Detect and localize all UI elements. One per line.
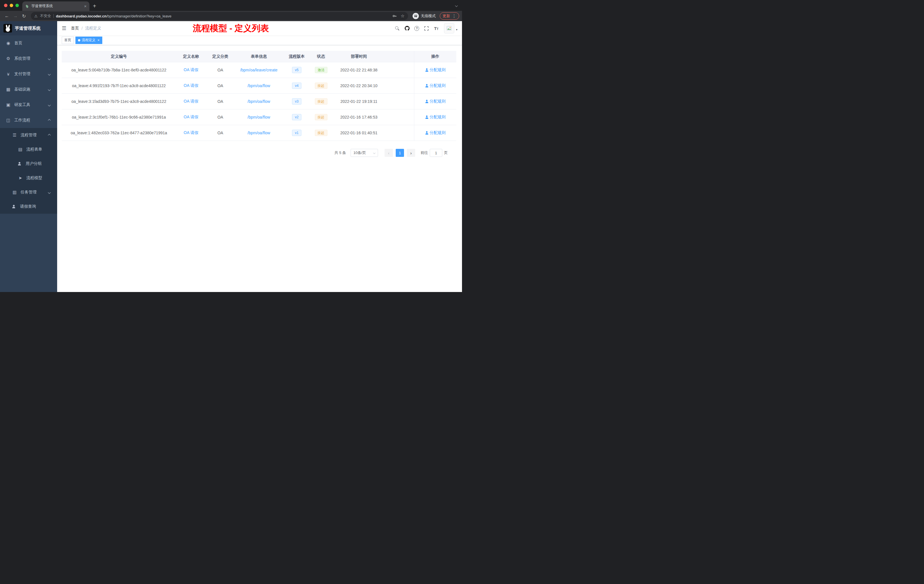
- address-bar[interactable]: ⚠ 不安全 dashboard.yudao.iocoder.cn/bpm/man…: [31, 12, 408, 20]
- col-status: 状态: [310, 51, 332, 62]
- browser-tab[interactable]: 芋道管理系统 ×: [22, 2, 89, 11]
- cell-category: OA: [206, 94, 234, 109]
- browser-update-button[interactable]: 更新 ⋮: [440, 12, 459, 20]
- form-info-link[interactable]: /bpm/oa/flow: [248, 115, 270, 119]
- form-info-link[interactable]: /bpm/oa/leave/create: [240, 68, 278, 72]
- tab-close-icon[interactable]: ×: [84, 4, 87, 8]
- sidebar-item-流程表单[interactable]: ▤ 流程表单: [0, 142, 57, 157]
- tag-close-icon[interactable]: ×: [97, 38, 100, 42]
- cell-category: OA: [206, 78, 234, 93]
- cell-deploy-time: 2022-01-16 17:46:53: [332, 109, 386, 125]
- sidebar-item-工作流程[interactable]: ◫ 工作流程: [0, 112, 57, 128]
- zoom-window-button[interactable]: [15, 4, 19, 7]
- user-icon: [425, 100, 429, 103]
- table-body: oa_leave:5:004b710b-7b8a-11ec-8ef0-acde4…: [62, 62, 456, 141]
- version-badge: v3: [292, 98, 302, 105]
- status-badge: 挂起: [315, 98, 327, 105]
- new-tab-button[interactable]: +: [93, 3, 96, 9]
- definition-name-link[interactable]: OA 请假: [184, 115, 198, 120]
- definition-name-link[interactable]: OA 请假: [184, 130, 198, 135]
- sidebar-item-任务管理[interactable]: ▥ 任务管理: [0, 185, 57, 200]
- definition-name-link[interactable]: OA 请假: [184, 99, 198, 104]
- view-tag[interactable]: 首页: [62, 36, 74, 44]
- tab-search-button[interactable]: [455, 3, 457, 7]
- chevron-down-icon: [373, 152, 375, 154]
- sidebar-item-基础设施[interactable]: ▦ 基础设施: [0, 82, 57, 97]
- goto-label: 前往: [421, 150, 428, 155]
- sidebar-logo[interactable]: 芋道管理系统: [0, 21, 57, 35]
- definition-name-link[interactable]: OA 请假: [184, 83, 198, 88]
- search-icon: [395, 26, 399, 31]
- chevron-up-icon: [48, 134, 51, 137]
- form-info-link[interactable]: /bpm/oa/flow: [248, 83, 270, 88]
- sidebar-item-支付管理[interactable]: ¥ 支付管理: [0, 66, 57, 82]
- chevron-down-icon: [48, 73, 51, 76]
- table-row: oa_leave:3:1fad3d93-7b75-11ec-a3c8-acde4…: [62, 94, 456, 109]
- avatar-caret-icon[interactable]: ▾: [456, 28, 457, 31]
- reload-button[interactable]: ↻: [20, 12, 28, 20]
- cell-definition-id: oa_leave:5:004b710b-7b8a-11ec-8ef0-acde4…: [62, 62, 176, 78]
- help-button[interactable]: ?: [412, 24, 421, 33]
- security-label[interactable]: 不安全: [40, 13, 51, 18]
- bookmark-star-icon[interactable]: ☆: [401, 13, 404, 18]
- avatar[interactable]: [444, 23, 454, 33]
- assign-rule-link[interactable]: 分配规则: [425, 83, 446, 88]
- cell-deploy-time: 2022-01-16 01:40:51: [332, 125, 386, 140]
- incognito-indicator: 无痕模式: [412, 13, 436, 19]
- col-definition-id: 定义编号: [62, 51, 176, 62]
- definition-name-link[interactable]: OA 请假: [184, 68, 198, 73]
- prev-page-button[interactable]: ‹: [384, 149, 393, 157]
- user-icon: [425, 131, 429, 135]
- form-icon: ▤: [18, 147, 23, 152]
- chevron-down-icon: [48, 88, 51, 91]
- sidebar-item-流程模型[interactable]: ➤ 流程模型: [0, 171, 57, 185]
- sidebar-item-请假查询[interactable]: 请假查询: [0, 200, 57, 214]
- cell-action: 分配规则: [414, 62, 456, 78]
- sidebar-item-流程管理[interactable]: ☰ 流程管理: [0, 128, 57, 142]
- form-info-link[interactable]: /bpm/oa/flow: [248, 130, 270, 135]
- table-row: oa_leave:1:482ec033-762a-11ec-8477-a2380…: [62, 125, 456, 141]
- app-title: 芋道管理系统: [15, 26, 41, 31]
- breadcrumb-home[interactable]: 首页: [71, 26, 79, 31]
- sidebar-toggle-icon[interactable]: ☰: [57, 25, 71, 31]
- github-button[interactable]: [403, 24, 411, 33]
- status-badge: 挂起: [315, 130, 327, 136]
- cell-action: 分配规则: [414, 94, 456, 109]
- sidebar-item-首页[interactable]: ◉ 首页: [0, 35, 57, 51]
- sidebar-item-研发工具[interactable]: ▣ 研发工具: [0, 97, 57, 112]
- task-icon: ▥: [12, 190, 17, 195]
- cell-definition-id: oa_leave:1:482ec033-762a-11ec-8477-a2380…: [62, 125, 176, 140]
- active-dot: [78, 39, 80, 41]
- next-page-button[interactable]: ›: [407, 149, 415, 157]
- chevron-down-icon: [48, 191, 51, 194]
- sidebar-item-用户分组[interactable]: 用户分组: [0, 157, 57, 171]
- workflow-icon: ◫: [6, 118, 11, 123]
- col-deploy-time: 部署时间: [332, 51, 386, 62]
- assign-rule-link[interactable]: 分配规则: [425, 99, 446, 104]
- assign-rule-link[interactable]: 分配规则: [425, 130, 446, 135]
- minimize-window-button[interactable]: [10, 4, 13, 7]
- font-size-button[interactable]: [432, 24, 441, 33]
- assign-rule-link[interactable]: 分配规则: [425, 68, 446, 73]
- sidebar: 芋道管理系统 ◉ 首页 ⚙ 系统管理 ¥ 支付管理 ▦ 基础设施 ▣ 研发工具 …: [0, 21, 57, 292]
- page-number-button[interactable]: 1: [396, 149, 404, 157]
- back-button[interactable]: ←: [3, 12, 11, 20]
- infra-icon: ▦: [6, 87, 11, 92]
- question-icon: ?: [414, 26, 419, 31]
- password-key-icon[interactable]: [392, 14, 397, 18]
- form-info-link[interactable]: /bpm/oa/flow: [248, 99, 270, 104]
- sidebar-item-系统管理[interactable]: ⚙ 系统管理: [0, 51, 57, 66]
- forward-button[interactable]: →: [12, 12, 20, 20]
- navbar: ☰ 首页 / 流程定义 流程模型 - 定义列表 ?: [57, 21, 462, 35]
- fullscreen-button[interactable]: [422, 24, 431, 33]
- assign-rule-link[interactable]: 分配规则: [425, 115, 446, 120]
- menu-dots-icon: ⋮: [452, 13, 456, 18]
- table-row: oa_leave:2:3c1f0ef1-76b1-11ec-9c66-a2380…: [62, 109, 456, 125]
- tab-strip: 芋道管理系统 × +: [0, 0, 462, 11]
- close-window-button[interactable]: [4, 4, 7, 7]
- view-tag[interactable]: 流程定义 ×: [76, 36, 102, 44]
- search-button[interactable]: [393, 24, 402, 33]
- page-size-select[interactable]: 10条/页: [351, 149, 378, 157]
- goto-page-input[interactable]: [430, 149, 442, 157]
- chevron-down-icon: [48, 57, 51, 60]
